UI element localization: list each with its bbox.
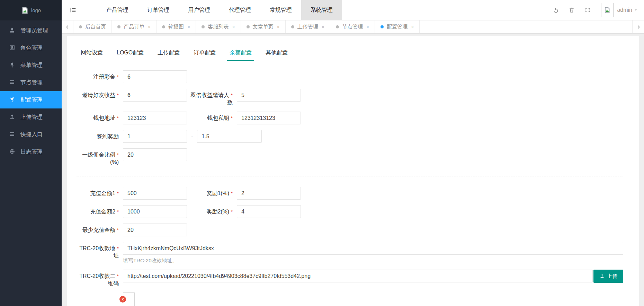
sidebar-item[interactable]: 快捷入口 xyxy=(0,126,62,143)
config-tab[interactable]: 上传配置 xyxy=(155,49,182,60)
top-nav-item[interactable]: 产品管理 xyxy=(97,0,138,20)
tab-close-icon[interactable]: × xyxy=(322,24,324,30)
form-row: 充值金额2*奖励2(%)* xyxy=(70,205,623,218)
required-mark: * xyxy=(117,152,119,158)
tab-close-icon[interactable]: × xyxy=(232,24,235,30)
field-label: 邀请好友收益* xyxy=(70,89,119,106)
top-nav-item[interactable]: 系统管理 xyxy=(301,0,342,20)
broken-image-icon xyxy=(21,6,29,15)
sidebar-item[interactable]: 上传管理 xyxy=(0,108,62,126)
tree-icon xyxy=(9,62,16,69)
field-label: 充值金额2* xyxy=(70,205,119,218)
sidebar-menu: 管理员管理角色管理菜单管理节点管理配置管理上传管理快捷入口日志管理 xyxy=(0,20,62,160)
field-input[interactable] xyxy=(237,112,301,124)
form-row: 钱包地址*钱包私钥* xyxy=(70,112,623,124)
tab-close-icon[interactable]: × xyxy=(277,24,280,30)
user-menu[interactable]: admin xyxy=(617,7,638,13)
top-nav-item[interactable]: 订单管理 xyxy=(138,0,179,20)
log-icon xyxy=(9,148,16,155)
sidebar-toggle-icon[interactable] xyxy=(62,0,84,20)
sidebar-item-label: 菜单管理 xyxy=(20,62,43,69)
form-row: 最少充值金额* xyxy=(70,224,623,236)
field-input[interactable] xyxy=(237,187,301,200)
tab-label: 客服列表 xyxy=(208,24,229,30)
tab-label: 配置管理 xyxy=(387,24,408,30)
field-input[interactable] xyxy=(123,205,187,218)
gear-icon xyxy=(9,96,16,103)
required-mark: * xyxy=(231,92,233,98)
sidebar-item[interactable]: 菜单管理 xyxy=(0,56,62,74)
tab-label: 文章单页 xyxy=(253,24,274,30)
field-input[interactable] xyxy=(123,224,187,236)
tab-close-icon[interactable]: × xyxy=(187,24,190,30)
field-input[interactable] xyxy=(237,205,301,218)
tabs-scroll-left-icon[interactable] xyxy=(62,20,73,33)
required-mark: * xyxy=(117,92,119,98)
tab-close-icon[interactable]: × xyxy=(411,24,414,30)
range-separator: - xyxy=(191,130,193,143)
page-tab[interactable]: 上传管理× xyxy=(286,20,330,33)
page-tab[interactable]: 客服列表× xyxy=(196,20,241,33)
page-tab[interactable]: 轮播图× xyxy=(156,20,196,33)
field-input[interactable] xyxy=(123,148,187,161)
top-nav-item[interactable]: 用户管理 xyxy=(179,0,220,20)
config-tab[interactable]: LOGO配置 xyxy=(114,49,146,60)
sidebar-item-label: 节点管理 xyxy=(20,79,43,86)
upload-button[interactable]: 上传 xyxy=(593,270,623,283)
config-tab[interactable]: 余额配置 xyxy=(227,49,254,61)
field-input[interactable] xyxy=(197,130,262,143)
sidebar-item-label: 日志管理 xyxy=(20,148,43,156)
tab-close-icon[interactable]: × xyxy=(148,24,151,30)
page-tab[interactable]: 配置管理× xyxy=(375,20,420,33)
field-label: 奖励1(%)* xyxy=(187,187,233,200)
field-label: 签到奖励 xyxy=(70,130,119,143)
avatar[interactable] xyxy=(601,3,614,17)
top-navbar: 产品管理订单管理用户管理代理管理常规管理系统管理 admin xyxy=(62,0,644,20)
refresh-icon[interactable] xyxy=(548,7,564,14)
trash-icon[interactable] xyxy=(564,7,580,13)
sidebar-item[interactable]: 日志管理 xyxy=(0,143,62,160)
required-mark: * xyxy=(117,190,119,196)
field-input[interactable] xyxy=(123,270,593,282)
field-input[interactable] xyxy=(123,130,187,143)
config-tab[interactable]: 订单配置 xyxy=(191,49,218,60)
field-label: 双倍收益邀请人*数 xyxy=(187,89,233,106)
page-tab[interactable]: 产品订单× xyxy=(112,20,156,33)
required-mark: * xyxy=(231,190,233,196)
tab-close-icon[interactable]: × xyxy=(366,24,369,30)
tab-dot-icon xyxy=(381,25,384,28)
sidebar-item[interactable]: 节点管理 xyxy=(0,74,62,91)
tab-dot-icon xyxy=(291,25,294,28)
tab-label: 轮播图 xyxy=(168,24,184,30)
sidebar-item[interactable]: 角色管理 xyxy=(0,39,62,56)
page-tab[interactable]: 文章单页× xyxy=(241,20,286,33)
config-tab[interactable]: 网站设置 xyxy=(78,49,105,60)
field-input[interactable] xyxy=(237,89,301,102)
sidebar-item[interactable]: 管理员管理 xyxy=(0,22,62,39)
page-tab[interactable]: 节点管理× xyxy=(330,20,375,33)
field-input[interactable] xyxy=(123,242,623,255)
field-input[interactable] xyxy=(123,89,187,102)
field-input[interactable] xyxy=(123,112,187,124)
sidebar-item[interactable]: 配置管理 xyxy=(0,91,62,108)
config-tabs: 网站设置LOGO配置上传配置订单配置余额配置其他配置 xyxy=(67,36,639,61)
fullscreen-icon[interactable] xyxy=(580,7,596,13)
form-row: TRC-20收款地*址填写TRC-20收款地址。 xyxy=(70,242,623,264)
config-tab[interactable]: 其他配置 xyxy=(263,49,290,60)
content-area: 网站设置LOGO配置上传配置订单配置余额配置其他配置 注册彩金*邀请好友收益*双… xyxy=(62,34,644,306)
field-label: TRC-20收款地*址 xyxy=(70,242,119,264)
remove-upload-icon[interactable]: x xyxy=(119,296,126,303)
user-name: admin xyxy=(617,7,632,13)
field-input[interactable] xyxy=(123,187,187,200)
sidebar-item-label: 上传管理 xyxy=(20,114,43,121)
upload-icon xyxy=(599,273,605,279)
tabs-scroll-right-icon[interactable] xyxy=(632,20,644,33)
field-input[interactable] xyxy=(123,70,187,83)
form-row: 一级佣金比例*(%) xyxy=(70,148,623,166)
top-nav-item[interactable]: 代理管理 xyxy=(220,0,260,20)
logo[interactable]: logo xyxy=(0,0,62,20)
required-mark: * xyxy=(117,74,119,80)
field-label: TRC-20收款二*维码 xyxy=(70,270,119,287)
top-nav-item[interactable]: 常规管理 xyxy=(260,0,301,20)
page-tab[interactable]: 后台首页 xyxy=(73,20,112,33)
